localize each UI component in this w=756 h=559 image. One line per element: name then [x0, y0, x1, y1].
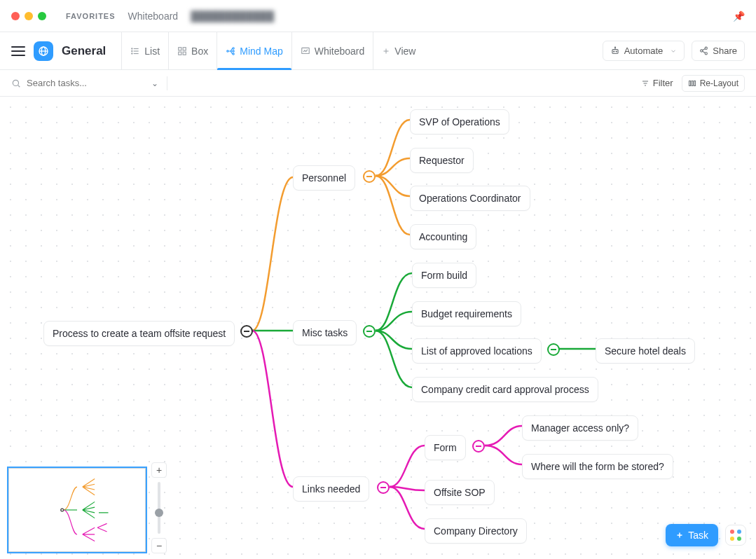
tabstrip: FAVORITES Whiteboard ████████████ 📌	[0, 0, 756, 32]
pin-icon[interactable]: 📌	[733, 11, 745, 22]
node-item[interactable]: Company Directory	[425, 518, 527, 544]
svg-rect-35	[692, 81, 693, 85]
collapse-personnel[interactable]	[363, 170, 376, 183]
node-label: Requestor	[419, 155, 465, 166]
robot-icon	[610, 46, 620, 56]
svg-point-14	[233, 50, 234, 51]
automate-button[interactable]: Automate	[603, 41, 685, 61]
view-label: Box	[191, 46, 208, 57]
task-label: Task	[688, 530, 708, 541]
tab-current[interactable]: ████████████	[191, 11, 274, 22]
svg-point-20	[613, 51, 614, 52]
search-input[interactable]	[25, 77, 147, 89]
window-controls	[11, 12, 46, 20]
collapse-form[interactable]	[472, 440, 485, 453]
fullscreen-window[interactable]	[38, 12, 46, 20]
node-label: Company credit card approval process	[421, 384, 589, 395]
svg-rect-10	[179, 52, 181, 55]
node-label: Budget requirements	[421, 308, 512, 319]
whiteboard-icon	[301, 46, 310, 56]
plus-icon	[382, 47, 390, 55]
new-task-button[interactable]: Task	[666, 524, 718, 546]
node-item[interactable]: Manager access only?	[522, 415, 638, 441]
node-item[interactable]: Secure hotel deals	[596, 338, 695, 364]
svg-point-26	[705, 53, 707, 55]
node-form[interactable]: Form	[425, 435, 466, 460]
view-list[interactable]: List	[121, 32, 169, 69]
zoom-out-button[interactable]: −	[151, 538, 167, 553]
automate-label: Automate	[624, 46, 664, 56]
mindmap-canvas[interactable]: Process to create a team offsite request…	[0, 97, 756, 559]
node-label: Offsite SOP	[434, 487, 486, 498]
close-window[interactable]	[11, 12, 20, 20]
node-label: Personnel	[302, 172, 346, 184]
chevron-down-icon[interactable]: ⌄	[151, 78, 158, 88]
view-label: Mind Map	[240, 46, 282, 57]
collapse-links[interactable]	[377, 481, 390, 494]
add-view[interactable]: View	[373, 32, 424, 69]
space-title[interactable]: General	[62, 44, 106, 58]
filter-button[interactable]: Filter	[641, 78, 673, 88]
node-label: Form	[434, 442, 457, 453]
node-item[interactable]: Form build	[412, 263, 476, 288]
collapse-misc[interactable]	[363, 325, 376, 338]
node-misctasks[interactable]: Misc tasks	[293, 320, 357, 345]
view-tabs: List Box Mind Map Whiteboard View	[121, 32, 424, 69]
relayout-button[interactable]: Re-Layout	[682, 75, 745, 92]
svg-rect-8	[179, 47, 181, 50]
node-item[interactable]: Budget requirements	[412, 301, 521, 326]
relayout-label: Re-Layout	[700, 78, 738, 88]
node-item[interactable]: Requestor	[410, 148, 474, 173]
svg-rect-34	[689, 81, 690, 85]
zoom-in-button[interactable]: +	[151, 462, 167, 478]
svg-point-37	[61, 509, 64, 511]
node-label: Misc tasks	[302, 327, 348, 338]
zoom-controls: + −	[151, 462, 167, 553]
zoom-thumb[interactable]	[155, 509, 163, 517]
node-item[interactable]: Operations Coordinator	[410, 186, 530, 211]
search-icon	[11, 78, 21, 88]
svg-point-29	[13, 80, 18, 85]
favorites-label[interactable]: FAVORITES	[66, 12, 116, 20]
plus-icon	[675, 531, 684, 539]
view-whiteboard[interactable]: Whiteboard	[292, 32, 374, 69]
tab-whiteboard[interactable]: Whiteboard	[128, 11, 179, 22]
search-wrap[interactable]: ⌄	[11, 77, 158, 89]
svg-point-12	[227, 50, 228, 51]
share-button[interactable]: Share	[692, 41, 745, 61]
menu-icon[interactable]	[11, 46, 25, 56]
node-item[interactable]: Accounting	[410, 224, 476, 249]
svg-rect-11	[183, 52, 186, 55]
minimize-window[interactable]	[25, 12, 33, 20]
node-root[interactable]: Process to create a team offsite request	[43, 321, 235, 346]
node-item[interactable]: SVP of Operations	[410, 109, 509, 134]
view-label: List	[144, 46, 160, 57]
zoom-slider[interactable]	[158, 482, 160, 534]
node-links[interactable]: Links needed	[293, 476, 369, 502]
node-label: SVP of Operations	[419, 116, 500, 127]
collapse-locations[interactable]	[547, 343, 560, 356]
node-label: Manager access only?	[531, 422, 629, 434]
filter-icon	[641, 79, 650, 88]
node-approved-locations[interactable]: List of approved locations	[412, 338, 542, 364]
node-personnel[interactable]: Personnel	[293, 165, 355, 191]
collapse-root[interactable]	[240, 325, 253, 338]
node-label: Where will the form be stored?	[531, 461, 664, 472]
view-mindmap[interactable]: Mind Map	[217, 32, 291, 69]
svg-point-23	[614, 47, 615, 48]
svg-line-27	[703, 49, 706, 50]
node-label: Form build	[421, 270, 467, 281]
minimap[interactable]	[7, 467, 147, 553]
view-box[interactable]: Box	[169, 32, 217, 69]
space-icon[interactable]	[34, 41, 53, 61]
svg-point-13	[233, 47, 234, 48]
header: General List Box Mind Map Whiteboard Vie…	[0, 32, 756, 70]
node-item[interactable]: Company credit card approval process	[412, 377, 598, 402]
svg-rect-9	[183, 47, 186, 50]
svg-point-5	[132, 48, 132, 48]
svg-line-28	[703, 51, 706, 53]
apps-button[interactable]	[725, 525, 746, 546]
divider	[167, 76, 167, 90]
node-item[interactable]: Where will the form be stored?	[522, 454, 673, 479]
node-item[interactable]: Offsite SOP	[425, 480, 495, 505]
